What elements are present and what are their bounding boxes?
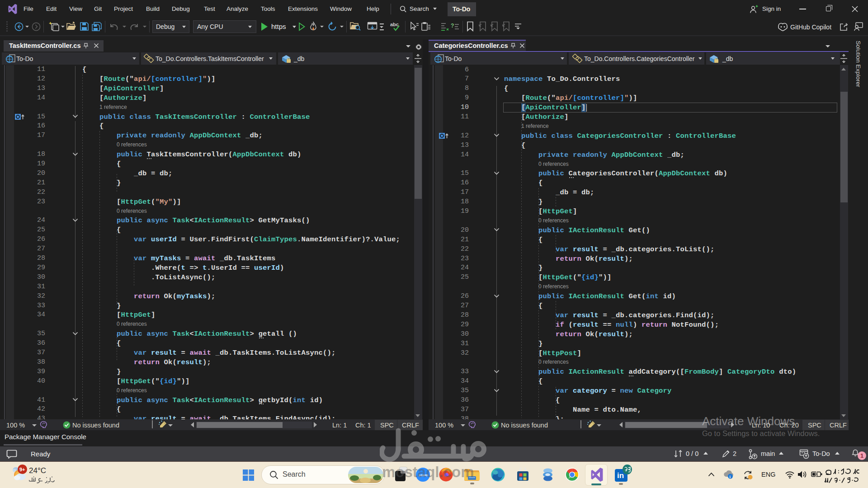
svg-text:abc: abc [390,22,399,27]
svg-text:?: ? [451,23,454,29]
